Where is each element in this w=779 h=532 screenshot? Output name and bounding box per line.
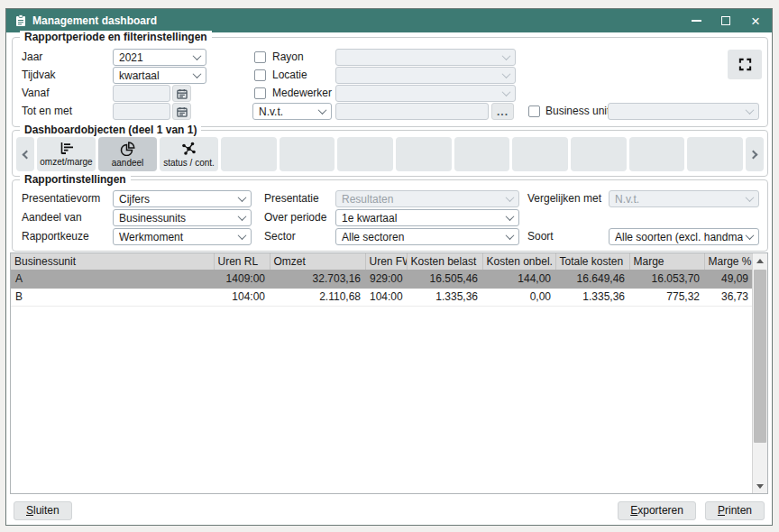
vanaf-calendar-button[interactable] (172, 85, 191, 102)
table-cell[interactable]: 2.110,68 (270, 288, 365, 306)
locatie-checkbox[interactable] (254, 69, 266, 81)
chevron-down-icon (746, 105, 755, 115)
section-rapportinstellingen-legend: Rapportinstellingen (20, 173, 131, 186)
vanaf-label: Vanaf (22, 85, 49, 102)
dashboard-object-slot-empty[interactable] (629, 137, 685, 171)
dashboard-object-slot-empty[interactable] (396, 137, 452, 171)
scroll-up-button[interactable] (753, 253, 767, 268)
dashboard-object-slot-empty[interactable] (512, 137, 568, 171)
chevron-down-icon (746, 193, 755, 202)
dashboard-object-slot-empty[interactable] (280, 137, 335, 171)
column-header[interactable]: Marge % (704, 253, 753, 270)
maximize-button[interactable] (719, 14, 733, 28)
dashboard-object-slot-empty[interactable] (687, 137, 743, 171)
chevron-down-icon (746, 231, 755, 240)
results-table-area: BusinessunitUren RLOmzetUren FWKosten be… (10, 252, 768, 494)
table-cell[interactable]: 104:00 (365, 288, 407, 306)
fullscreen-icon (738, 58, 752, 71)
tot-en-met-calendar-button[interactable] (172, 103, 191, 120)
dashboard-object-slot-empty[interactable] (337, 137, 393, 171)
column-header[interactable]: Marge (629, 253, 704, 270)
printen-button[interactable]: Printen (705, 501, 765, 520)
vanaf-input[interactable] (113, 85, 170, 102)
over-periode-select[interactable]: 1e kwartaal (335, 209, 519, 226)
minimize-button[interactable] (689, 14, 703, 28)
rapportkeuze-select[interactable]: Werkmoment (113, 228, 252, 245)
dashboard-object-omzet-marge[interactable]: omzet/marge (37, 137, 96, 171)
scroll-down-button[interactable] (753, 479, 767, 493)
table-cell[interactable]: 32.703,16 (270, 270, 365, 288)
tijdvak-label: Tijdvak (22, 67, 56, 84)
dashboard-object-slot-empty[interactable] (571, 137, 627, 171)
table-cell[interactable]: 775,32 (629, 288, 704, 306)
table-cell[interactable]: 16.649,46 (555, 270, 629, 288)
chevron-down-icon (506, 231, 515, 240)
soort-select[interactable]: Alle soorten (excl. handmatig (609, 228, 759, 245)
column-header[interactable]: Kosten belast (407, 253, 482, 270)
column-header[interactable]: Totale kosten (555, 253, 629, 270)
fullscreen-button[interactable] (728, 50, 762, 79)
browse-button[interactable]: ... (491, 103, 514, 120)
dashboard-object-slot-empty[interactable] (454, 137, 510, 171)
aandeel-van-select[interactable]: Businessunits (113, 209, 252, 226)
table-cell[interactable]: 1.335,36 (555, 288, 629, 306)
table-row[interactable]: B104:002.110,68104:001.335,360,001.335,3… (11, 288, 753, 306)
vertical-scrollbar[interactable] (752, 253, 767, 493)
column-header[interactable]: Kosten onbel. (482, 253, 555, 270)
sluiten-button[interactable]: Sluiten (14, 501, 72, 520)
chevron-right-icon (749, 150, 758, 159)
scrollbar-track[interactable] (753, 268, 767, 479)
table-cell[interactable]: 1.335,36 (407, 288, 482, 306)
dashboard-object-status-cont[interactable]: status / cont. (160, 137, 218, 171)
table-cell[interactable]: 929:00 (365, 270, 407, 288)
rayon-checkbox[interactable] (254, 51, 266, 63)
medewerker-select[interactable] (335, 85, 516, 102)
nvt-select[interactable]: N.v.t. (252, 103, 332, 120)
footer-bar: Sluiten Exporteren Printen (14, 500, 765, 520)
filter-value-input[interactable] (335, 103, 489, 120)
business-unit-checkbox[interactable] (528, 105, 540, 117)
bar-chart-icon (59, 142, 75, 155)
vergelijken-met-select[interactable]: N.v.t. (609, 190, 759, 207)
dashboard-object-slot-empty[interactable] (221, 137, 277, 171)
presentatievorm-select[interactable]: Cijfers (113, 190, 252, 207)
table-cell[interactable]: 1409:00 (214, 270, 270, 288)
chevron-down-icon (238, 231, 247, 240)
rayon-select[interactable] (335, 49, 516, 66)
table-cell[interactable]: 49,09 (704, 270, 753, 288)
presentatie-select[interactable]: Resultaten (335, 190, 519, 207)
table-row[interactable]: A1409:0032.703,16929:0016.505,46144,0016… (11, 270, 753, 288)
exporteren-button[interactable]: Exporteren (618, 501, 696, 520)
section-rapportperiode-legend: Rapportperiode en filterinstellingen (20, 31, 212, 43)
table-cell[interactable]: 104:00 (214, 288, 270, 306)
dashboard-object-aandeel[interactable]: aandeel (98, 137, 157, 171)
tijdvak-select[interactable]: kwartaal (113, 67, 206, 84)
jaar-select[interactable]: 2021 (113, 49, 206, 66)
sector-select[interactable]: Alle sectoren (335, 228, 519, 245)
column-header[interactable]: Uren RL (214, 253, 270, 270)
aandeel-van-label: Aandeel van (22, 209, 82, 226)
table-cell[interactable]: 0,00 (482, 288, 555, 306)
scroll-left-button[interactable] (16, 137, 34, 171)
table-header-row: BusinessunitUren RLOmzetUren FWKosten be… (11, 253, 753, 270)
tot-en-met-input[interactable] (113, 103, 170, 120)
column-header[interactable]: Uren FW (365, 253, 407, 270)
column-header[interactable]: Businessunit (11, 253, 214, 270)
section-rapportinstellingen: Rapportinstellingen Presentatievorm Cijf… (12, 179, 768, 252)
table-cell[interactable]: B (11, 288, 214, 306)
table-cell[interactable]: A (11, 270, 214, 288)
presentatievorm-label: Presentatievorm (22, 190, 100, 207)
close-button[interactable]: × (748, 14, 763, 28)
table-cell[interactable]: 16.053,70 (629, 270, 704, 288)
table-cell[interactable]: 16.505,46 (407, 270, 482, 288)
table-cell[interactable]: 36,73 (704, 288, 753, 306)
locatie-select[interactable] (335, 67, 516, 84)
chevron-down-icon (502, 69, 511, 78)
scrollbar-thumb[interactable] (754, 270, 766, 443)
medewerker-checkbox[interactable] (254, 87, 266, 99)
scroll-right-button[interactable] (746, 137, 764, 171)
column-header[interactable]: Omzet (270, 253, 365, 270)
table-cell[interactable]: 144,00 (482, 270, 555, 288)
vergelijken-met-label: Vergelijken met (527, 190, 601, 207)
business-unit-select[interactable] (608, 103, 759, 120)
